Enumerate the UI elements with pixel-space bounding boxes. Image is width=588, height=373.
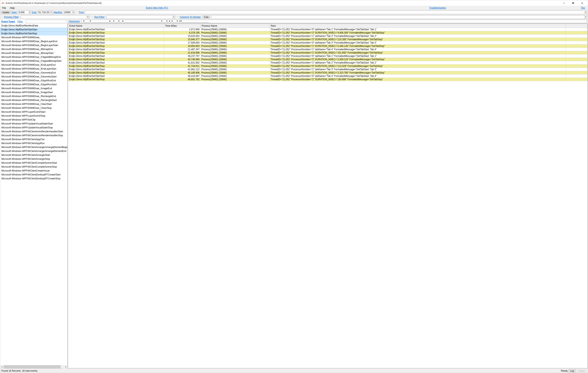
event-type-item[interactable]: Microsoft-Windows-WPF/DWMDraw_/ClippedBi… — [0, 55, 67, 59]
table-cell[interactable]: ThreadID="21,052" ProcessorNumber="1" ta… — [270, 61, 566, 64]
table-cell[interactable]: ThreadID="21,052" ProcessorNumber="1" DU… — [270, 71, 566, 75]
event-type-item[interactable]: Microsoft-Windows-WPF/WClientAnimRenderH… — [0, 129, 67, 133]
event-type-item[interactable]: Microsoft-Windows-WPF/DWMDraw_Clear/Star… — [0, 102, 67, 106]
table-cell[interactable]: Process(25680) (25680) — [200, 61, 270, 64]
table-cell[interactable]: Endjin.Demo.WpfEtw/SetTab/Stop — [68, 31, 164, 34]
table-cell[interactable]: Process(25680) (25680) — [200, 64, 270, 68]
chevron-down-icon[interactable]: ▾ — [28, 11, 31, 14]
table-cell[interactable]: Endjin.Demo.WpfEtw/SetTab/Stop — [68, 78, 164, 81]
table-cell[interactable]: Process(25680) (25680) — [200, 28, 270, 31]
event-type-item[interactable]: Microsoft-Windows-WPF/WClientDesktopRTCr… — [0, 177, 67, 181]
table-cell[interactable]: 41,631.882 — [164, 61, 200, 64]
table-cell[interactable]: ThreadID="21,052" ProcessorNumber="5" ta… — [270, 28, 566, 31]
table-cell[interactable]: Process(25680) (25680) — [200, 34, 270, 38]
table-row[interactable]: Endjin.Demo.WpfEtw/SetTab/Stop21,618.996… — [68, 51, 588, 54]
maxret-combo[interactable]: ▾ — [63, 11, 75, 14]
cols-input[interactable] — [211, 15, 587, 19]
troubleshooting-link[interactable]: Troubleshooting — [297, 6, 578, 10]
table-cell[interactable]: Endjin.Demo.WpfEtw/SetTab/Stop — [68, 38, 164, 41]
event-type-item[interactable]: Microsoft-Windows-WPF/WClientCompileScen… — [0, 165, 67, 169]
event-type-item[interactable]: Microsoft-Windows-WPF/WClientAnimRenderH… — [0, 133, 67, 137]
table-cell[interactable]: 15,940.377 — [164, 38, 200, 41]
table-row[interactable]: Endjin.Demo.WpfEtw/SetTab/Start17,506.66… — [68, 41, 588, 44]
event-type-item[interactable]: Microsoft-Windows-WPF/UpdateVisualState/… — [0, 126, 67, 129]
maxret-label[interactable]: MaxRet: — [54, 11, 63, 14]
table-cell[interactable]: 42,862.122 — [164, 68, 200, 71]
table-cell[interactable]: 21,467.347 — [164, 48, 200, 51]
event-type-item[interactable]: Microsoft-Windows-WPF/WClientAppRun — [0, 141, 67, 145]
table-cell[interactable]: ThreadID="21,052" ProcessorNumber="1" DU… — [270, 44, 566, 48]
scroll-right-icon[interactable]: ▸ — [64, 366, 67, 368]
minimize-button[interactable] — [560, 0, 569, 6]
table-cell[interactable]: Process(25680) (25680) — [200, 71, 270, 75]
table-cell[interactable]: 15,825.092 — [164, 34, 200, 38]
table-cell[interactable]: Endjin.Demo.WpfEtw/SetTab/Stop — [68, 58, 164, 61]
table-cell[interactable]: ThreadID="21,052" ProcessorNumber="1" ta… — [270, 34, 566, 38]
event-type-item[interactable]: Microsoft-Windows-WPF/WClientArrange/Sto… — [0, 157, 67, 161]
table-cell[interactable]: 45,185.906 — [164, 71, 200, 75]
table-cell[interactable]: ThreadID="21,052" ProcessorNumber="0" DU… — [270, 64, 566, 68]
horizontal-scrollbar[interactable]: ◂ ▸ — [0, 365, 67, 369]
text-filter-input[interactable] — [106, 15, 175, 19]
event-type-item[interactable]: Microsoft-Windows-WPF/LayerEvent/Start — [0, 110, 67, 114]
table-cell[interactable]: ThreadID="21,052" ProcessorNumber="0" ta… — [270, 41, 566, 44]
filter-input[interactable] — [26, 20, 66, 23]
table-cell[interactable]: 1,571.890 — [164, 28, 200, 31]
event-type-item[interactable]: Microsoft-Windows-WPF/DWMDraw_/ImageStar… — [0, 90, 67, 94]
table-cell[interactable]: Process(25680) (25680) — [200, 41, 270, 44]
table-row[interactable]: Endjin.Demo.WpfEtw/SetTab/Stop40,746.890… — [68, 58, 588, 61]
table-cell[interactable]: Process(25680) (25680) — [200, 75, 270, 78]
table-cell[interactable]: ThreadID="21,052" ProcessorNumber="1" ta… — [270, 48, 566, 51]
table-cell[interactable]: 46,601.782 — [164, 78, 200, 81]
event-type-item[interactable]: Microsoft-Windows-WPF/LayerEvent/Stop — [0, 114, 67, 118]
table-cell[interactable]: ThreadID="21,052" ProcessorNumber="0" ta… — [270, 54, 566, 58]
event-type-item[interactable]: Microsoft-Windows-WPF/WClientCompileScen… — [0, 161, 67, 165]
event-type-item[interactable]: Microsoft-Windows-WPF/DWMDraw_/Rectangle… — [0, 94, 67, 98]
event-type-item[interactable]: Endjin.Demo.WpfEtw/SetTab/Stop — [0, 32, 67, 35]
table-cell[interactable]: ThreadID="21,052" ProcessorNumber="3" DU… — [270, 38, 566, 41]
event-type-item[interactable]: Microsoft-Windows-WPF/UpdateVisualState/… — [0, 122, 67, 126]
table-cell[interactable]: ThreadID="21,052" ProcessorNumber="0" ta… — [270, 75, 566, 78]
event-type-item[interactable]: Microsoft-Windows-WPF/DWMDraw_/GlyphRunE… — [0, 79, 67, 83]
cols-to-display-label[interactable]: Columns To Display: — [180, 16, 201, 18]
table-row[interactable]: Endjin.Demo.WpfEtw/SetTab/Start41,631.88… — [68, 61, 588, 64]
table-row[interactable]: Endjin.Demo.WpfEtw/SetTab/Stop41,744.911… — [68, 64, 588, 68]
table-cell[interactable]: Endjin.Demo.WpfEtw/SetTab/Start — [68, 75, 164, 78]
event-type-item[interactable]: Microsoft-Windows-WPF/DWMDraw_/GeometryE… — [0, 71, 67, 75]
chevron-down-icon[interactable]: ▾ — [584, 15, 587, 19]
event-type-item[interactable]: Microsoft-Windows-WPF/DWMDraw_/BitmapSta… — [0, 51, 67, 55]
event-type-item[interactable]: Microsoft-Windows-WPF/WClientCreateVisua… — [0, 169, 67, 173]
table-cell[interactable]: Endjin.Demo.WpfEtw/SetTab/Stop — [68, 71, 164, 75]
event-type-item[interactable]: Microsoft-Windows-WPF/DWMDraw_/BitmapEnd — [0, 47, 67, 51]
table-cell[interactable]: 38,237.757 — [164, 54, 200, 58]
table-cell[interactable]: Endjin.Demo.WpfEtw/SetTab/Start — [68, 68, 164, 71]
find-combo[interactable]: ▾ — [85, 11, 587, 14]
event-type-list[interactable]: Endjin.Demo.WpfEtw/ManifestDataEndjin.De… — [0, 24, 67, 365]
table-cell[interactable]: Process(25680) (25680) — [200, 54, 270, 58]
scrollbar-thumb[interactable] — [3, 365, 61, 369]
table-row[interactable]: Endjin.Demo.WpfEtw/SetTab/Stop45,185.906… — [68, 71, 588, 75]
table-cell[interactable]: ThreadID="21,052" ProcessorNumber="1" DU… — [270, 51, 566, 54]
chevron-down-icon[interactable]: ▾ — [172, 15, 175, 19]
close-button[interactable] — [578, 0, 587, 6]
table-row[interactable]: Endjin.Demo.WpfEtw/SetTab/Start21,467.34… — [68, 48, 588, 51]
chevron-down-icon[interactable]: ▾ — [584, 11, 587, 14]
table-cell[interactable]: ThreadID="21,052" ProcessorNumber="1" ta… — [270, 68, 566, 71]
table-cell[interactable]: Endjin.Demo.WpfEtw/SetTab/Start — [68, 61, 164, 64]
table-cell[interactable]: Process(25680) (25680) — [200, 51, 270, 54]
table-cell[interactable]: 46,418.097 — [164, 75, 200, 78]
event-type-item[interactable]: Microsoft-Windows-WPF/SetClip — [0, 118, 67, 122]
table-cell[interactable]: Endjin.Demo.WpfEtw/SetTab/Start — [68, 28, 164, 31]
event-type-item[interactable]: Microsoft-Windows-WPF/DWMDraw_/EndLayerE… — [0, 63, 67, 67]
cols-combo[interactable]: ▾ — [211, 15, 587, 19]
event-view-help-link[interactable]: Event View Help (F1) — [17, 6, 297, 10]
event-type-item[interactable]: Microsoft-Windows-WPF/WClientArrange/Arr… — [0, 149, 67, 153]
update-button[interactable]: Update — [1, 11, 10, 14]
table-row[interactable]: Endjin.Demo.WpfEtw/SetTab/Start46,418.09… — [68, 75, 588, 78]
text-filter-label[interactable]: Text Filter: — [94, 16, 105, 18]
data-grid[interactable]: Event NameTime MSecProcess NameRest Endj… — [68, 23, 588, 368]
table-row[interactable]: Endjin.Demo.WpfEtw/SetTab/Start42,862.12… — [68, 68, 588, 71]
table-row[interactable]: Endjin.Demo.WpfEtw/SetTab/Stop6,378.195P… — [68, 31, 588, 34]
table-cell[interactable]: 21,618.996 — [164, 51, 200, 54]
process-filter-label[interactable]: Process Filter: — [4, 16, 19, 18]
